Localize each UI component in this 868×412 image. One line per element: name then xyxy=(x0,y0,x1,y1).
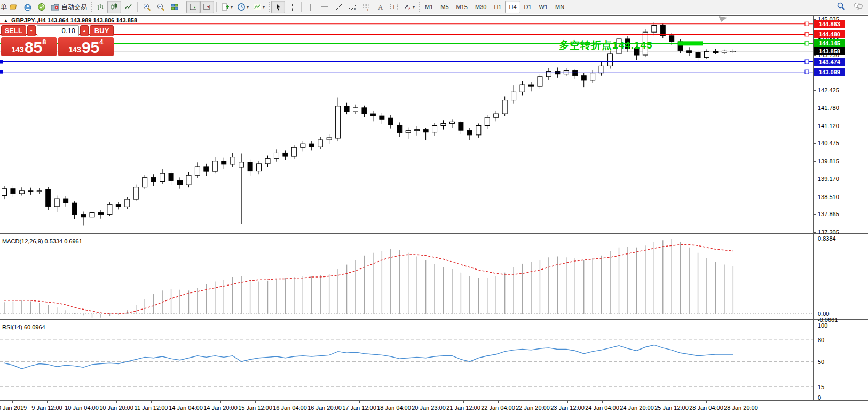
candle-body xyxy=(687,51,692,53)
volume-up-button[interactable]: ▲ xyxy=(80,25,89,36)
price-chart-plot[interactable] xyxy=(0,16,813,233)
line-handle xyxy=(0,70,3,74)
time-axis-tick xyxy=(290,401,290,403)
candle-body xyxy=(564,71,569,74)
timeframe-MN[interactable]: MN xyxy=(551,1,568,13)
arrows-icon[interactable]: ▾ xyxy=(401,1,417,13)
time-axis-tick xyxy=(533,401,533,403)
time-axis-tick xyxy=(359,401,360,403)
time-axis-label: 14 Jan 04:00 xyxy=(169,405,203,411)
horizontal-line-icon[interactable] xyxy=(318,1,332,13)
candle-body xyxy=(467,130,472,135)
timeframe-M15[interactable]: M15 xyxy=(453,1,471,13)
sell-price-button[interactable]: 143 85 8 xyxy=(1,37,57,56)
candle-body xyxy=(230,157,235,164)
candle-body xyxy=(98,213,103,215)
timeframe-D1[interactable]: D1 xyxy=(520,1,535,13)
profile-icon[interactable] xyxy=(21,1,35,13)
candle-body xyxy=(415,130,420,131)
timeframe-H1[interactable]: H1 xyxy=(490,1,505,13)
period-icon[interactable]: ▾ xyxy=(235,1,251,13)
buy-button[interactable]: BUY xyxy=(90,25,114,36)
chart-window[interactable]: ▲ GBPJPY-,H4 143.864 143.989 143.806 143… xyxy=(0,14,868,412)
macd-plot[interactable] xyxy=(0,236,813,319)
fibonacci-icon[interactable]: F xyxy=(359,1,373,13)
candle-body xyxy=(37,191,42,192)
time-axis-tick xyxy=(394,401,394,403)
time-axis-tick xyxy=(741,401,741,403)
candle-body xyxy=(590,73,595,80)
candle-body xyxy=(151,177,156,181)
candle-body xyxy=(116,204,121,207)
price-axis-tick xyxy=(814,232,816,233)
candlestick-chart-icon[interactable] xyxy=(107,1,121,13)
time-axis-label: 21 Jan 12:00 xyxy=(446,405,480,411)
price-level-label: 143.474 xyxy=(814,58,845,66)
tile-windows-icon[interactable] xyxy=(168,1,182,13)
candle-body xyxy=(169,173,173,180)
chevron-down-icon: ▾ xyxy=(413,5,415,10)
autotrading-button[interactable]: 自动交易 xyxy=(49,1,89,13)
line-handle xyxy=(805,70,809,74)
search-icon[interactable] xyxy=(837,2,846,13)
trendline-icon[interactable] xyxy=(332,1,345,13)
candle-body xyxy=(257,164,262,171)
channel-icon[interactable]: E xyxy=(345,1,359,13)
vertical-line-icon[interactable] xyxy=(304,1,318,13)
price-level-label: 143.099 xyxy=(814,68,845,76)
line-chart-icon[interactable] xyxy=(121,1,135,13)
volume-input[interactable] xyxy=(37,25,79,36)
timeframe-W1[interactable]: W1 xyxy=(535,1,552,13)
candle-body xyxy=(133,187,138,199)
time-axis-tick xyxy=(255,401,256,403)
sell-price-big: 85 xyxy=(25,39,42,56)
candle-body xyxy=(731,51,736,52)
toolbar-grip xyxy=(268,2,270,12)
timeframe-M30[interactable]: M30 xyxy=(471,1,490,13)
new-order-icon[interactable]: ▾ xyxy=(219,1,235,13)
pivot-green-bar xyxy=(678,41,703,45)
bar-chart-icon[interactable] xyxy=(93,1,107,13)
text-icon[interactable]: A xyxy=(373,1,387,13)
sell-button[interactable]: SELL xyxy=(1,25,26,36)
new-order-partial-button[interactable]: 单 xyxy=(1,3,7,12)
buy-price-button[interactable]: 143 95 4 xyxy=(58,37,114,56)
candle-body xyxy=(265,159,270,164)
time-axis-label: 22 Jan 04:00 xyxy=(481,405,515,411)
cursor-icon[interactable] xyxy=(271,1,285,13)
price-axis-tick xyxy=(814,161,816,162)
zoom-in-icon[interactable] xyxy=(140,1,154,13)
candle-body xyxy=(713,51,718,53)
chart-shift-icon[interactable] xyxy=(200,1,214,13)
crosshair-icon[interactable] xyxy=(285,1,299,13)
auto-scroll-icon[interactable] xyxy=(186,1,200,13)
timeframe-M1[interactable]: M1 xyxy=(421,1,437,13)
sell-price-sup: 8 xyxy=(42,38,46,46)
chevron-down-icon: ▾ xyxy=(263,5,265,10)
time-axis-tick xyxy=(429,401,429,403)
timeframe-H4[interactable]: H4 xyxy=(505,1,520,13)
time-axis[interactable]: 8 Jan 20199 Jan 12:0010 Jan 04:0010 Jan … xyxy=(0,400,813,412)
zoom-out-icon[interactable] xyxy=(154,1,168,13)
line-handle xyxy=(805,42,809,45)
text-label-icon[interactable]: T xyxy=(387,1,401,13)
prices-icon[interactable] xyxy=(7,1,21,13)
volume-down-button[interactable]: ▼ xyxy=(27,25,36,36)
signals-icon[interactable] xyxy=(35,1,49,13)
time-axis-label: 14 Jan 20:00 xyxy=(203,405,238,411)
price-axis-label: 140.475 xyxy=(818,140,839,146)
rsi-axis-label: 0 xyxy=(818,394,821,401)
time-axis-label: 17 Jan 12:00 xyxy=(342,405,376,411)
time-axis-label: 25 Jan 12:00 xyxy=(654,405,689,411)
comments-icon[interactable] xyxy=(853,2,864,12)
toolbar-grip xyxy=(418,2,420,12)
timeframe-M5[interactable]: M5 xyxy=(437,1,452,13)
price-axis[interactable]: 145.035144.390143.730143.085142.425141.7… xyxy=(813,16,868,400)
rsi-plot[interactable] xyxy=(0,322,813,400)
price-level-label: 143.858 xyxy=(814,47,845,55)
indicators-icon[interactable]: ▾ xyxy=(251,1,267,13)
rsi-line xyxy=(4,345,733,369)
candle-body xyxy=(449,122,454,123)
buy-price-prefix: 143 xyxy=(69,45,81,54)
candle-body xyxy=(107,204,112,214)
